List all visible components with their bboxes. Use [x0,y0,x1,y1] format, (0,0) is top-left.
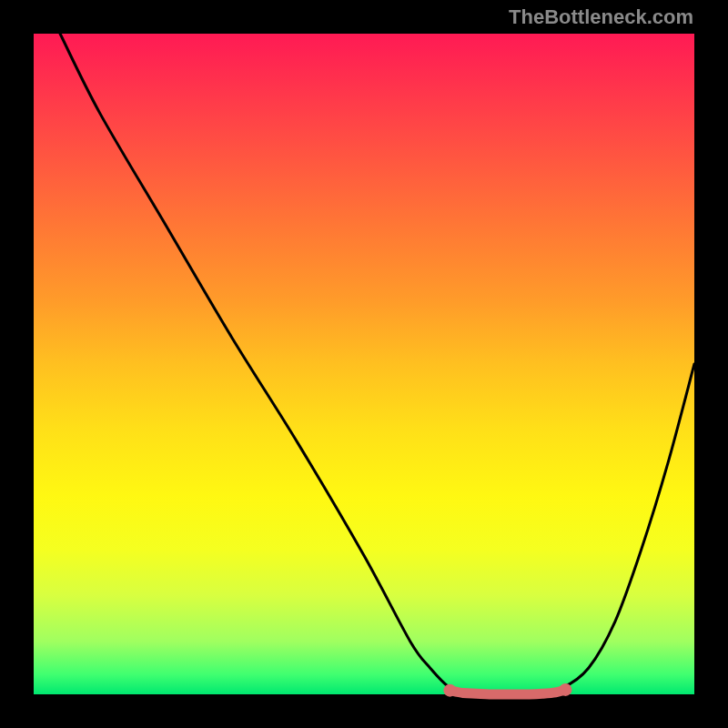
series-layer [60,34,694,695]
series-optimal-flat-region [450,690,565,694]
chart-frame: TheBottleneck.com [0,0,728,728]
plot-svg [34,34,694,694]
optimal-start-dot [443,684,456,697]
series-bottleneck-curve [60,34,694,695]
watermark-text: TheBottleneck.com [509,5,693,29]
optimal-end-dot [559,683,571,696]
gradient-plot-area [34,34,694,694]
